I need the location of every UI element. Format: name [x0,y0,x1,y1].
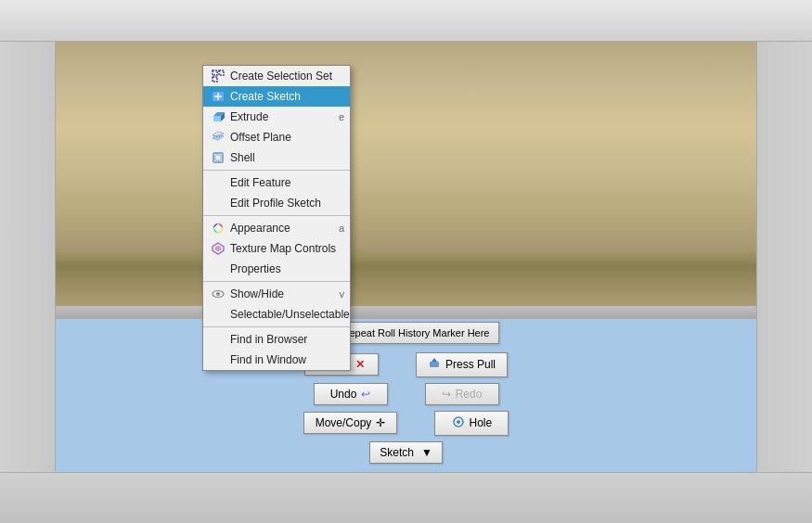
appearance-icon [211,221,226,236]
menu-label-offset-plane: Offset Plane [230,131,291,144]
left-bar [0,42,56,472]
sketch-label: Sketch [380,446,414,459]
menu-label-find-browser: Find in Browser [230,333,307,346]
menu-item-find-browser[interactable]: Find in Browser [203,329,350,350]
delete-icon: ✕ [355,358,365,371]
menu-label-texture-map: Texture Map Controls [230,242,336,255]
context-menu: Create Selection Set Create Sketch Extru… [202,65,351,371]
bottom-bar [0,472,812,523]
redo-icon: ↪ [442,388,451,401]
menu-label-edit-profile-sketch: Edit Profile Sketch [230,197,321,210]
menu-label-create-sketch: Create Sketch [230,90,301,103]
find-window-icon [211,352,226,367]
extrude-icon [211,109,226,124]
selection-icon [211,69,226,83]
eye-icon [211,287,226,301]
menu-item-create-sketch[interactable]: Create Sketch [203,86,350,107]
extrude-shortcut: e [339,111,344,122]
separator-2 [203,215,350,216]
separator-1 [203,170,350,171]
show-hide-shortcut: v [340,288,345,300]
menu-item-offset-plane[interactable]: Offset Plane [203,127,350,147]
svg-rect-6 [213,116,221,121]
menu-label-appearance: Appearance [230,222,290,235]
menu-item-edit-profile-sketch[interactable]: Edit Profile Sketch [203,193,350,213]
toolbar-row-2: Undo ↩ ↪ Redo [314,383,499,405]
svg-point-17 [216,292,220,296]
hole-label: Hole [470,416,493,429]
menu-label-create-selection-set: Create Selection Set [230,70,332,83]
redo-button[interactable]: ↪ Redo [425,383,499,405]
toolbar-strip [56,306,756,319]
texture-icon [211,241,226,256]
svg-rect-0 [213,70,217,75]
right-bar [756,42,812,472]
menu-label-properties: Properties [230,262,281,275]
plane-icon [211,130,226,145]
svg-marker-9 [213,134,224,140]
svg-marker-15 [215,246,221,251]
top-bar [0,0,812,42]
menu-item-find-window[interactable]: Find in Window [203,350,350,370]
properties-icon [211,262,226,276]
toolbar-row-4: Sketch ▼ [369,441,443,464]
move-copy-label: Move/Copy [316,416,372,429]
edit-feature-icon [211,175,226,190]
svg-rect-2 [213,77,217,82]
svg-marker-19 [432,358,437,362]
menu-label-find-window: Find in Window [230,353,306,366]
separator-3 [203,281,350,282]
blue-toolbar: Delete ✕ Press Pull Undo ↩ ↪ Redo Move/C… [56,343,756,472]
menu-label-selectable: Selectable/Unselectable [230,308,350,321]
undo-label: Undo [330,388,357,401]
menu-item-extrude[interactable]: Extrude e [203,107,350,127]
svg-rect-1 [219,70,224,75]
menu-label-extrude: Extrude [230,110,268,123]
menu-item-edit-feature[interactable]: Edit Feature [203,172,350,193]
menu-item-texture-map[interactable]: Texture Map Controls [203,238,350,259]
move-copy-button[interactable]: Move/Copy ✛ [303,412,398,434]
svg-rect-12 [215,155,221,160]
hole-icon [452,415,465,431]
repeat-roll-label: Repeat Roll History Marker Here [342,327,490,338]
sketch-dropdown[interactable]: Sketch ▼ [369,441,443,464]
separator-4 [203,326,350,327]
appearance-shortcut: a [339,223,344,234]
sketch-dropdown-arrow: ▼ [421,446,432,459]
menu-item-shell[interactable]: Shell [203,147,350,168]
sketch-icon [211,89,226,104]
menu-label-edit-feature: Edit Feature [230,176,290,189]
menu-item-create-selection-set[interactable]: Create Selection Set [203,66,350,86]
redo-label: Redo [456,388,483,401]
svg-rect-18 [430,362,439,367]
press-pull-icon [428,357,441,373]
move-icon: ✛ [376,416,385,429]
press-pull-label: Press Pull [445,358,496,371]
svg-point-21 [457,420,460,424]
shell-icon [211,150,226,165]
edit-profile-icon [211,196,226,210]
undo-button[interactable]: Undo ↩ [314,383,388,405]
toolbar-row-3: Move/Copy ✛ Hole [303,411,509,436]
press-pull-button[interactable]: Press Pull [416,352,508,377]
find-browser-icon [211,332,226,347]
menu-item-show-hide[interactable]: Show/Hide v [203,284,350,304]
menu-label-show-hide: Show/Hide [230,287,284,300]
menu-label-shell: Shell [230,151,255,164]
menu-item-selectable[interactable]: Selectable/Unselectable [203,304,350,325]
hole-button[interactable]: Hole [434,411,509,436]
menu-item-appearance[interactable]: Appearance a [203,218,350,238]
undo-icon: ↩ [361,388,370,401]
selectable-icon [211,307,226,322]
menu-item-properties[interactable]: Properties [203,259,350,279]
